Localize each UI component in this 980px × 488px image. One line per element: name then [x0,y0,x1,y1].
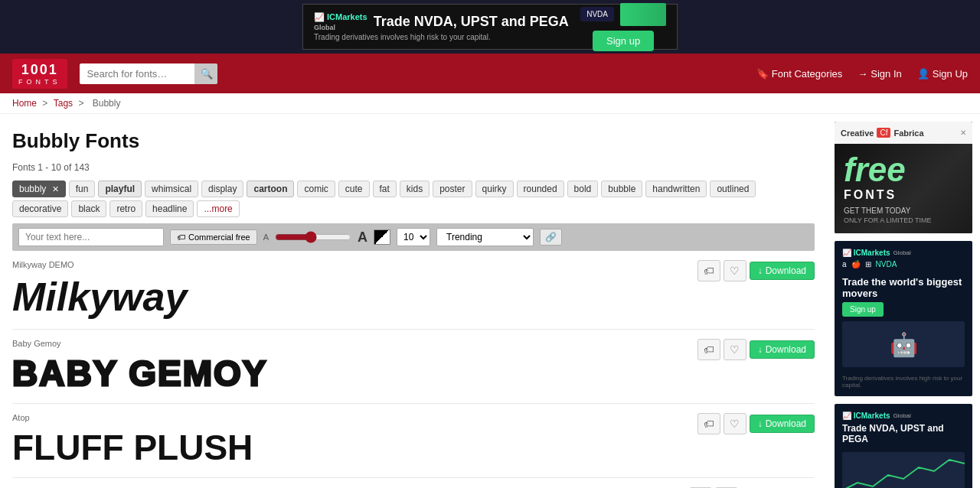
controls-bar: 🏷 Commercial free A A 10 20 50 Trending … [12,223,815,251]
font-entry-atop: Atop 🏷 ♡ ↓ Download FLUFF PLUSH [12,404,815,478]
download-button-baby-gemoy[interactable]: ↓ Download [750,340,815,359]
nav-sign-up[interactable]: 👤 Sign Up [917,68,968,80]
sidebar-ad-icmarkets-1[interactable]: 📈 ICMarkets Global a 🍎 ⊞ NVDA Trade the … [835,241,972,396]
favorite-milkyway[interactable]: ♡ [724,260,746,281]
font-entry-milkyway: Milkyway DEMO 🏷 ♡ ↓ Download Milkyway [12,251,815,330]
tag-decorative[interactable]: decorative [12,200,68,217]
text-preview-input[interactable] [18,228,164,246]
top-ad-banner: 📈 ICMarketsGlobal Trade NVDA, UPST and P… [0,0,980,54]
cf-free-title: free [844,153,963,187]
header-nav: 🔖 Font Categories → Sign In 👤 Sign Up [756,68,968,80]
tag-black[interactable]: black [71,200,106,217]
breadcrumb-home[interactable]: Home [12,98,37,109]
user-icon: 👤 [917,68,929,80]
tag-quirky[interactable]: quirky [475,181,514,197]
cf-get-today: GET THEM TODAY [844,207,963,215]
tag-bubble[interactable]: bubble [601,181,642,197]
sidebar-ad-icmarkets-2[interactable]: 📈 ICMarkets Global Trade NVDA, UPST and … [835,404,972,488]
tag-playful[interactable]: playful [98,181,142,197]
bookmark-icon: 🔖 [756,68,769,80]
per-page-select[interactable]: 10 20 50 [397,228,430,246]
sidebar-ad-creative-fabrica[interactable]: Creative Cf Fabrica ✕ free FONTS GET THE… [835,122,972,233]
tag-action-atop[interactable]: 🏷 [697,413,720,434]
tag-fun[interactable]: fun [69,181,96,197]
breadcrumb: Home > Tags > Bubbly [0,93,980,114]
main-layout: Bubbly Fonts Fonts 1 - 10 of 143 bubbly … [0,114,980,488]
search-input[interactable] [80,63,194,84]
cf-limited: ONLY FOR A LIMITED TIME [844,216,963,224]
page-title: Bubbly Fonts [12,129,815,153]
nav-font-categories[interactable]: 🔖 Font Categories [756,68,843,80]
markets-warning-1: Trading derivatives involves high risk t… [842,375,965,389]
font-name-baby-gemoy: Baby Gemoy [12,339,815,348]
signin-icon: → [858,68,867,80]
top-ad-content[interactable]: 📈 ICMarketsGlobal Trade NVDA, UPST and P… [302,4,678,50]
markets-title-2: Trade NVDA, UPST and PEGA [842,423,965,444]
search-bar[interactable]: 🔍 [80,63,217,84]
font-actions-atop: 🏷 ♡ ↓ Download [697,413,815,434]
tag-comic[interactable]: comic [297,181,335,197]
tag-bubbly[interactable]: bubbly ✕ [12,181,66,197]
tag-poster[interactable]: poster [433,181,472,197]
tag-fat[interactable]: fat [373,181,397,197]
tag-rounded[interactable]: rounded [517,181,564,197]
download-button-atop[interactable]: ↓ Download [750,415,815,433]
markets-global-2: Global [893,412,911,419]
tag-display[interactable]: display [201,181,243,197]
tag-action-baby-gemoy[interactable]: 🏷 [697,339,720,360]
tag-whimsical[interactable]: whimsical [145,181,198,197]
tag-action-milkyway[interactable]: 🏷 [697,260,720,281]
markets-logo-2: 📈 ICMarkets [842,412,890,420]
tag-more[interactable]: ...more [197,200,239,217]
tag-retro[interactable]: retro [109,200,142,217]
tag-kids[interactable]: kids [400,181,430,197]
tag-handwritten[interactable]: handwritten [645,181,707,197]
top-ad-signup-button[interactable]: Sign up [593,31,654,51]
content-area: Bubbly Fonts Fonts 1 - 10 of 143 bubbly … [0,114,827,488]
tag-cartoon[interactable]: cartoon [247,181,294,197]
brand-apple: 🍎 [851,260,861,268]
sort-select[interactable]: Trending Newest Most Downloads A-Z [436,228,534,246]
font-size-slider[interactable] [275,231,351,243]
cf-close[interactable]: ✕ [960,129,966,137]
filter-icon: 🏷 [177,233,185,242]
markets-signup-1[interactable]: Sign up [842,302,884,317]
top-ad-text: Trade NVDA, UPST and PEGA [374,14,569,30]
download-icon: ↓ [758,265,763,276]
markets-robot-img: 🤖 [842,321,965,367]
breadcrumb-tags[interactable]: Tags [54,98,73,109]
tag-filters: bubbly ✕ fun playful whimsical display c… [12,181,815,217]
font-actions-milkyway: 🏷 ♡ ↓ Download [697,260,815,281]
download-icon-atop: ↓ [758,418,763,429]
tag-headline[interactable]: headline [145,200,194,217]
site-logo[interactable]: 1001 FONTS [12,59,67,89]
tag-outlined[interactable]: outlined [710,181,756,197]
brand-amazon: a [842,260,847,268]
search-button[interactable]: 🔍 [194,63,217,84]
size-label-a-small: A [263,233,269,242]
top-ad-sub: Trading derivatives involves high risk t… [314,33,569,41]
favorite-baby-gemoy[interactable]: ♡ [724,339,746,360]
brand-nvidia: NVDA [876,260,897,268]
commercial-free-button[interactable]: 🏷 Commercial free [170,229,257,245]
cf-fonts-label: FONTS [844,188,963,202]
site-header: 1001 FONTS 🔍 🔖 Font Categories → Sign In… [0,54,980,93]
breadcrumb-current: Bubbly [93,98,121,109]
font-preview-milkyway[interactable]: Milkyway [12,274,815,323]
color-picker[interactable] [374,229,390,245]
markets-title-1: Trade the world's biggest movers [842,276,965,299]
nav-sign-in[interactable]: → Sign In [858,68,901,80]
font-preview-atop[interactable]: FLUFF PLUSH [12,427,815,471]
markets-chart [842,452,965,488]
tag-bold[interactable]: bold [567,181,599,197]
color-swatch [374,230,390,244]
favorite-atop[interactable]: ♡ [724,413,746,434]
tag-cute[interactable]: cute [338,181,370,197]
font-preview-baby-gemoy[interactable]: BABY GEMOY [12,353,815,397]
tag-remove-icon[interactable]: ✕ [52,184,59,194]
download-button-milkyway[interactable]: ↓ Download [750,262,815,280]
brand-ms: ⊞ [865,260,871,268]
cf-brand: Creative [841,129,874,138]
fonts-count: Fonts 1 - 10 of 143 [12,162,815,173]
permalink-button[interactable]: 🔗 [540,229,562,246]
